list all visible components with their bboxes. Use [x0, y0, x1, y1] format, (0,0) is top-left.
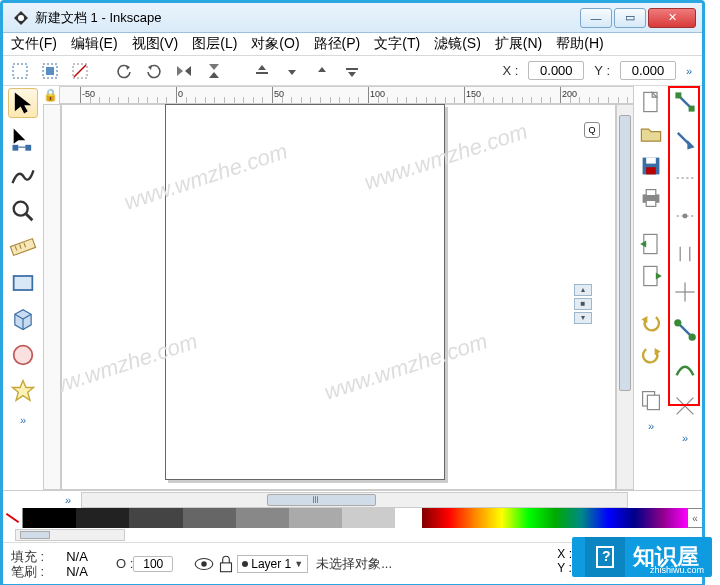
opt-lower-icon[interactable] — [279, 59, 305, 83]
opt-deselect-icon[interactable] — [67, 59, 93, 83]
app-window: 新建文档 1 - Inkscape — ▭ ✕ 文件(F) 编辑(E) 视图(V… — [0, 0, 705, 585]
tool-circle[interactable] — [8, 340, 38, 370]
opt-rotate-cw-icon[interactable] — [141, 59, 167, 83]
opt-raise-icon[interactable] — [309, 59, 335, 83]
maximize-button[interactable]: ▭ — [614, 8, 646, 28]
layer-lock-icon[interactable] — [215, 554, 237, 574]
quick-zoom-icon[interactable]: Q — [584, 122, 600, 138]
svg-line-6 — [74, 65, 86, 77]
svg-marker-57 — [687, 140, 694, 150]
svg-marker-48 — [656, 272, 662, 279]
svg-rect-44 — [646, 200, 656, 206]
status-y-label: Y : — [557, 561, 571, 575]
fill-value[interactable]: N/A — [66, 549, 88, 564]
menu-extension[interactable]: 扩展(N) — [495, 35, 542, 53]
stroke-value[interactable]: N/A — [66, 564, 88, 579]
cmd-undo-icon[interactable] — [639, 310, 663, 334]
svg-rect-47 — [644, 266, 657, 285]
opt-flip-h-icon[interactable] — [171, 59, 197, 83]
menu-layer[interactable]: 图层(L) — [192, 35, 237, 53]
cmd-open-icon[interactable] — [639, 122, 663, 146]
chevron-down-icon: ▼ — [294, 559, 303, 569]
coord-y-label: Y : — [594, 63, 610, 78]
cmd-copy-icon[interactable] — [639, 388, 663, 412]
tool-measure[interactable] — [8, 232, 38, 262]
menu-edit[interactable]: 编辑(E) — [71, 35, 118, 53]
snap-midpoint-icon[interactable] — [673, 242, 697, 266]
opacity-input[interactable]: 100 — [133, 556, 173, 572]
canvas-area: 🔒 -50050100150200250 www.wmzhe.com www.w… — [43, 86, 634, 490]
swatch-strip[interactable] — [23, 508, 688, 528]
layer-selector[interactable]: Layer 1 ▼ — [237, 555, 308, 573]
cmd-redo-icon[interactable] — [639, 342, 663, 366]
svg-marker-12 — [209, 72, 219, 78]
svg-rect-21 — [13, 145, 19, 151]
snap-path-icon[interactable] — [673, 356, 697, 380]
tool-star[interactable] — [8, 376, 38, 406]
menu-path[interactable]: 路径(P) — [314, 35, 361, 53]
menu-help[interactable]: 帮助(H) — [556, 35, 603, 53]
svg-marker-14 — [258, 65, 266, 70]
svg-rect-52 — [647, 395, 659, 409]
vertical-scrollbar[interactable] — [616, 104, 634, 490]
snap-bbox-icon[interactable] — [673, 128, 697, 152]
opt-select-all-icon[interactable] — [7, 59, 33, 83]
svg-rect-41 — [646, 167, 656, 174]
minimize-button[interactable]: — — [580, 8, 612, 28]
coord-x-input[interactable] — [528, 61, 584, 80]
svg-point-1 — [18, 15, 24, 21]
tool-rect[interactable] — [8, 268, 38, 298]
tool-tweak[interactable] — [8, 160, 38, 190]
snap-corner-icon[interactable] — [673, 204, 697, 228]
snap-center-icon[interactable] — [673, 280, 697, 304]
commandbar-overflow[interactable]: » — [680, 65, 698, 77]
vertical-ruler[interactable] — [43, 104, 61, 490]
layer-visibility-icon[interactable] — [193, 554, 215, 574]
svg-rect-72 — [221, 562, 232, 571]
horizontal-scrollbar[interactable] — [81, 492, 628, 508]
snap-enable-icon[interactable] — [673, 90, 697, 114]
tool-3dbox[interactable] — [8, 304, 38, 334]
close-button[interactable]: ✕ — [648, 8, 696, 28]
horizontal-ruler[interactable]: -50050100150200250 — [59, 86, 634, 104]
snap-panel: » — [668, 86, 702, 490]
cmd-save-icon[interactable] — [639, 154, 663, 178]
swatch-none[interactable] — [3, 508, 23, 528]
coord-y-input[interactable] — [620, 61, 676, 80]
cmd-import-icon[interactable] — [639, 232, 663, 256]
snap-overflow[interactable]: » — [676, 432, 694, 444]
menu-text[interactable]: 文字(T) — [374, 35, 420, 53]
opt-flip-v-icon[interactable] — [201, 59, 227, 83]
canvas-pan-wheel[interactable]: ▴■▾ — [574, 284, 592, 324]
svg-rect-26 — [10, 239, 35, 256]
selection-message: 未选择对象... — [316, 555, 392, 573]
titlebar[interactable]: 新建文档 1 - Inkscape — ▭ ✕ — [3, 3, 702, 33]
tool-node[interactable] — [8, 124, 38, 154]
cmd-new-icon[interactable] — [639, 90, 663, 114]
snap-edge-icon[interactable] — [673, 166, 697, 190]
toolbox-overflow[interactable]: » — [14, 414, 32, 426]
tool-selector[interactable] — [8, 88, 38, 118]
tool-zoom[interactable] — [8, 196, 38, 226]
cmd-print-icon[interactable] — [639, 186, 663, 210]
palette-menu-icon[interactable]: « — [688, 513, 702, 524]
guides-lock-icon[interactable]: 🔒 — [41, 86, 59, 104]
svg-marker-8 — [148, 65, 152, 70]
opt-lower-bottom-icon[interactable] — [249, 59, 275, 83]
snap-intersection-icon[interactable] — [673, 394, 697, 418]
snap-nodes-icon[interactable] — [673, 318, 697, 342]
svg-rect-13 — [256, 72, 268, 74]
opt-raise-top-icon[interactable] — [339, 59, 365, 83]
menu-filter[interactable]: 滤镜(S) — [434, 35, 481, 53]
commands-panel: » — [634, 86, 668, 490]
commands-overflow[interactable]: » — [642, 420, 660, 432]
brand-url: zhishiwu.com — [650, 565, 704, 575]
cmd-export-icon[interactable] — [639, 264, 663, 288]
toolbox-overflow-bottom[interactable]: » — [59, 494, 77, 506]
menu-view[interactable]: 视图(V) — [132, 35, 179, 53]
opt-select-inlayer-icon[interactable] — [37, 59, 63, 83]
menu-file[interactable]: 文件(F) — [11, 35, 57, 53]
opt-rotate-ccw-icon[interactable] — [111, 59, 137, 83]
canvas[interactable]: www.wmzhe.com www.wmzhe.com www.wmzhe.co… — [61, 104, 616, 490]
menu-object[interactable]: 对象(O) — [251, 35, 299, 53]
